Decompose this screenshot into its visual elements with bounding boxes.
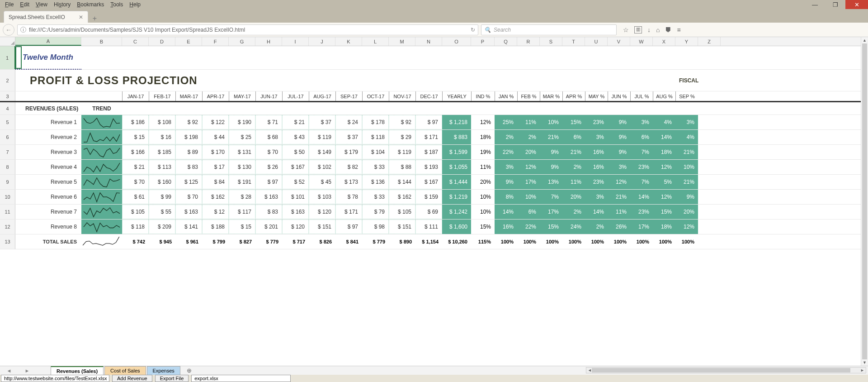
- total-pct[interactable]: 100%: [517, 234, 540, 249]
- value-cell[interactable]: $ 15: [122, 130, 149, 144]
- value-cell[interactable]: $ 98: [362, 220, 389, 234]
- value-cell[interactable]: $ 33: [362, 160, 389, 174]
- value-cell[interactable]: $ 151: [309, 220, 335, 234]
- total-pct[interactable]: 100%: [653, 234, 675, 249]
- total-cell[interactable]: $ 799: [202, 234, 229, 249]
- value-cell[interactable]: $ 163: [255, 190, 282, 204]
- value-cell[interactable]: $ 99: [149, 190, 175, 204]
- pct-cell[interactable]: 14%: [585, 205, 608, 219]
- pct-cell[interactable]: 14%: [495, 205, 517, 219]
- total-pct[interactable]: 100%: [495, 234, 517, 249]
- reload-icon[interactable]: ↻: [471, 27, 475, 33]
- pct-cell[interactable]: 10%: [540, 115, 562, 129]
- pct-cell[interactable]: 2%: [562, 160, 585, 174]
- pct-cell[interactable]: 8%: [495, 190, 517, 204]
- yearly-cell[interactable]: $ 1,219: [442, 190, 471, 204]
- col-header-J[interactable]: J: [309, 37, 335, 46]
- value-cell[interactable]: $ 33: [362, 190, 389, 204]
- value-cell[interactable]: $ 26: [255, 160, 282, 174]
- url-input[interactable]: i file:///C:/Users/admin/Documents/Sampl…: [17, 24, 478, 35]
- horizontal-scrollbar[interactable]: ◄ ►: [586, 367, 866, 373]
- ind-cell[interactable]: 15%: [471, 220, 495, 234]
- row-header[interactable]: 2: [0, 70, 15, 91]
- pct-cell[interactable]: 2%: [495, 130, 517, 144]
- pct-cell[interactable]: 18%: [653, 145, 675, 159]
- pct-cell[interactable]: 6%: [517, 205, 540, 219]
- value-cell[interactable]: $ 84: [202, 175, 229, 189]
- value-cell[interactable]: $ 68: [255, 130, 282, 144]
- value-cell[interactable]: $ 119: [389, 145, 415, 159]
- pct-cell[interactable]: 16%: [495, 220, 517, 234]
- export-filename-input[interactable]: export.xlsx: [191, 375, 291, 382]
- pct-cell[interactable]: 25%: [495, 115, 517, 129]
- menu-history[interactable]: History: [51, 0, 74, 9]
- value-cell[interactable]: $ 187: [415, 145, 442, 159]
- total-pct[interactable]: 100%: [630, 234, 653, 249]
- total-pct[interactable]: 100%: [540, 234, 562, 249]
- row-header[interactable]: 7: [0, 145, 15, 159]
- value-cell[interactable]: $ 130: [229, 160, 255, 174]
- pct-cell[interactable]: 24%: [562, 220, 585, 234]
- pct-cell[interactable]: 15%: [562, 115, 585, 129]
- total-ind[interactable]: 115%: [471, 234, 495, 249]
- total-pct[interactable]: 100%: [608, 234, 630, 249]
- ind-cell[interactable]: 18%: [471, 130, 495, 144]
- sheet-nav-prev[interactable]: ◄: [0, 368, 18, 373]
- value-cell[interactable]: $ 70: [175, 190, 202, 204]
- pocket-icon[interactable]: ⛊: [665, 26, 671, 33]
- total-cell[interactable]: $ 890: [389, 234, 415, 249]
- value-cell[interactable]: $ 119: [309, 130, 335, 144]
- value-cell[interactable]: $ 198: [175, 130, 202, 144]
- pct-cell[interactable]: 23%: [585, 115, 608, 129]
- total-cell[interactable]: $ 717: [282, 234, 309, 249]
- value-cell[interactable]: $ 120: [309, 205, 335, 219]
- col-header-A[interactable]: A: [15, 37, 81, 46]
- bookmark-icon[interactable]: ☆: [623, 26, 629, 33]
- row-header[interactable]: 6: [0, 130, 15, 144]
- value-cell[interactable]: $ 170: [202, 145, 229, 159]
- downloads-icon[interactable]: ↓: [647, 26, 651, 33]
- hamburger-icon[interactable]: ≡: [677, 26, 680, 33]
- minimize-button[interactable]: —: [805, 0, 825, 9]
- pct-cell[interactable]: 7%: [540, 190, 562, 204]
- pct-cell[interactable]: 7%: [630, 145, 653, 159]
- col-header-E[interactable]: E: [175, 37, 202, 46]
- col-header-H[interactable]: H: [255, 37, 282, 46]
- value-cell[interactable]: $ 97: [255, 175, 282, 189]
- add-revenue-button[interactable]: Add Revenue: [112, 375, 152, 382]
- total-cell[interactable]: $ 779: [255, 234, 282, 249]
- close-button[interactable]: ✕: [845, 0, 868, 9]
- value-cell[interactable]: $ 45: [309, 175, 335, 189]
- value-cell[interactable]: $ 151: [389, 220, 415, 234]
- pct-cell[interactable]: 9%: [540, 145, 562, 159]
- value-cell[interactable]: $ 185: [149, 145, 175, 159]
- ind-cell[interactable]: 10%: [471, 205, 495, 219]
- pct-cell[interactable]: 18%: [653, 220, 675, 234]
- pct-cell[interactable]: 17%: [517, 175, 540, 189]
- total-cell[interactable]: $ 961: [175, 234, 202, 249]
- value-cell[interactable]: $ 166: [122, 145, 149, 159]
- select-all-corner[interactable]: [0, 37, 15, 46]
- value-cell[interactable]: $ 105: [389, 205, 415, 219]
- col-header-K[interactable]: K: [335, 37, 362, 46]
- value-cell[interactable]: $ 89: [175, 145, 202, 159]
- col-header-R[interactable]: R: [517, 37, 540, 46]
- home-icon[interactable]: ⌂: [656, 26, 660, 33]
- value-cell[interactable]: $ 188: [202, 220, 229, 234]
- value-cell[interactable]: $ 44: [202, 130, 229, 144]
- value-cell[interactable]: $ 191: [229, 175, 255, 189]
- pct-cell[interactable]: 16%: [585, 160, 608, 174]
- value-cell[interactable]: $ 209: [149, 220, 175, 234]
- value-cell[interactable]: $ 193: [415, 160, 442, 174]
- value-cell[interactable]: $ 50: [282, 145, 309, 159]
- pct-cell[interactable]: 21%: [562, 145, 585, 159]
- pct-cell[interactable]: 14%: [630, 190, 653, 204]
- pct-cell[interactable]: 12%: [517, 160, 540, 174]
- pct-cell[interactable]: 4%: [653, 115, 675, 129]
- pct-cell[interactable]: 11%: [517, 115, 540, 129]
- value-cell[interactable]: $ 71: [255, 115, 282, 129]
- row-header[interactable]: 9: [0, 175, 15, 189]
- value-cell[interactable]: $ 61: [122, 190, 149, 204]
- yearly-cell[interactable]: $ 1,218: [442, 115, 471, 129]
- pct-cell[interactable]: 20%: [562, 190, 585, 204]
